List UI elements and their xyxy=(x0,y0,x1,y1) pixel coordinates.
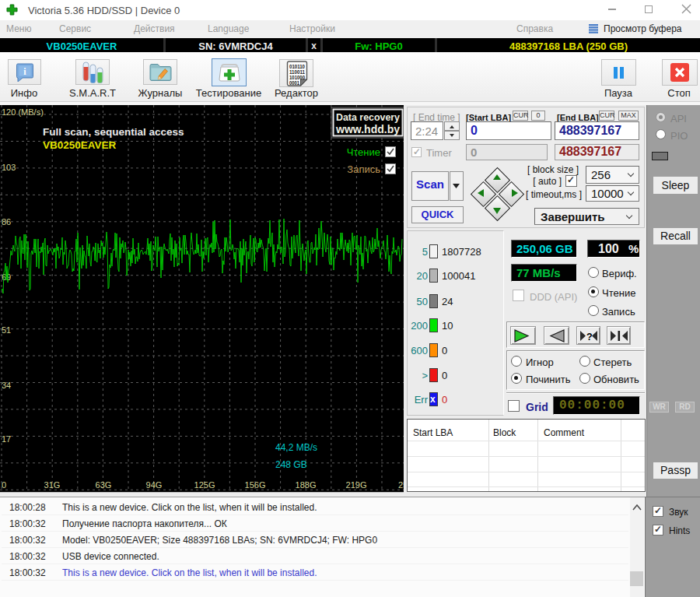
svg-text:Full scan, sequential access: Full scan, sequential access xyxy=(43,126,184,138)
svg-text:VB0250EAVER: VB0250EAVER xyxy=(43,139,117,151)
svg-text:34: 34 xyxy=(2,381,11,390)
svg-text:Data recovery: Data recovery xyxy=(336,111,401,123)
svg-text:?: ? xyxy=(586,332,593,342)
svg-text:0: 0 xyxy=(2,480,6,490)
svg-text:44,2 MB/s: 44,2 MB/s xyxy=(275,442,317,453)
svg-text:17: 17 xyxy=(2,434,11,444)
svg-text:Чтение: Чтение xyxy=(347,146,380,158)
svg-text:94G: 94G xyxy=(146,480,163,490)
svg-text:103: 103 xyxy=(2,163,16,172)
svg-text:63G: 63G xyxy=(96,480,112,490)
svg-text:156G: 156G xyxy=(245,480,266,490)
svg-text:www.hdd.by: www.hdd.by xyxy=(335,123,400,135)
svg-text:86: 86 xyxy=(2,217,11,227)
svg-text:125G: 125G xyxy=(194,480,215,490)
svg-text:25: 25 xyxy=(398,480,404,490)
svg-text:219G: 219G xyxy=(346,480,367,490)
svg-text:0001: 0001 xyxy=(289,79,299,86)
svg-text:120 (MB/s): 120 (MB/s) xyxy=(2,107,44,117)
svg-text:31G: 31G xyxy=(44,480,61,490)
svg-text:188G: 188G xyxy=(296,480,317,490)
svg-text:51: 51 xyxy=(2,325,11,335)
svg-text:248 GB: 248 GB xyxy=(275,459,307,470)
svg-text:Запись: Запись xyxy=(347,163,380,175)
